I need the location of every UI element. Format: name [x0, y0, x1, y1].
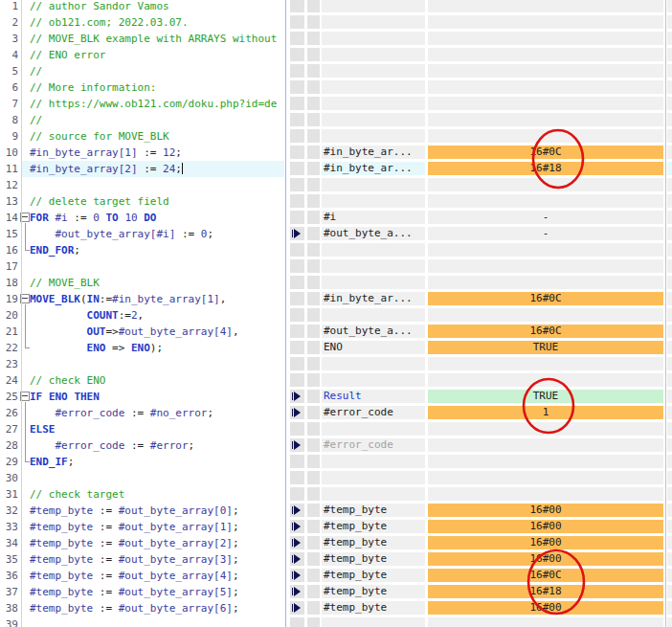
code-text[interactable]: #temp_byte := #out_byte_array[4]; — [30, 568, 239, 584]
monitor-value[interactable] — [428, 178, 663, 191]
monitor-variable-name[interactable] — [322, 487, 425, 501]
code-text[interactable]: #temp_byte := #out_byte_array[2]; — [30, 535, 239, 551]
code-line[interactable]: 22 ENO => ENO); — [0, 340, 284, 356]
code-line[interactable]: 9// source for MOVE_BLK — [0, 128, 284, 145]
code-text[interactable]: #temp_byte := #out_byte_array[0]; — [30, 503, 239, 519]
code-text[interactable]: // — [30, 63, 42, 79]
code-line[interactable]: 35#temp_byte := #out_byte_array[3]; — [0, 551, 284, 568]
code-line[interactable]: 23 — [0, 356, 284, 372]
code-line[interactable]: 36#temp_byte := #out_byte_array[4]; — [0, 568, 284, 584]
code-text[interactable]: #in_byte_array[1] := 12; — [30, 145, 182, 161]
monitor-value[interactable]: - — [428, 227, 663, 240]
code-text[interactable]: END_FOR; — [30, 242, 80, 258]
monitor-value[interactable] — [428, 32, 663, 45]
monitor-value[interactable] — [428, 422, 663, 436]
monitor-variable-name[interactable] — [322, 357, 425, 370]
monitor-value[interactable] — [428, 276, 663, 289]
monitor-variable-name[interactable]: #temp_byte — [322, 504, 425, 517]
code-line[interactable]: 4// ENO error — [0, 47, 284, 63]
monitor-variable-name[interactable] — [322, 455, 425, 468]
code-text[interactable]: ENO => ENO); — [30, 340, 163, 356]
code-text[interactable]: #temp_byte := #out_byte_array[6]; — [30, 600, 239, 616]
monitor-variable-name[interactable]: ENO — [322, 341, 425, 354]
monitor-value[interactable]: TRUE — [428, 341, 663, 354]
monitor-value[interactable] — [428, 113, 663, 126]
code-line[interactable]: 39 — [0, 616, 284, 627]
code-line[interactable]: 10#in_byte_array[1] := 12; — [0, 145, 284, 161]
monitor-value[interactable] — [428, 80, 663, 94]
code-text[interactable]: // check target — [30, 486, 124, 503]
monitor-variable-name[interactable] — [322, 15, 425, 29]
monitor-variable-name[interactable]: #in_byte_ar... — [322, 292, 425, 305]
monitor-variable-name[interactable] — [322, 373, 425, 387]
code-text[interactable]: // check ENO — [30, 372, 105, 389]
code-line[interactable]: 14FOR #i := 0 TO 10 DO — [0, 210, 284, 226]
monitor-value[interactable] — [428, 64, 663, 78]
code-line[interactable]: 18// MOVE_BLK — [0, 275, 284, 291]
code-text[interactable]: #out_byte_array[#i] := 0; — [30, 226, 213, 242]
monitor-value[interactable] — [428, 438, 663, 452]
code-text[interactable]: MOVE_BLK(IN:=#in_byte_array[1], — [30, 291, 226, 307]
monitor-variable-name[interactable] — [322, 194, 425, 208]
code-line[interactable]: 38#temp_byte := #out_byte_array[6]; — [0, 600, 284, 616]
code-line[interactable]: 13// delete target field — [0, 193, 284, 210]
code-line[interactable]: 30 — [0, 470, 284, 486]
monitor-variable-name[interactable]: #i — [322, 211, 425, 224]
monitor-variable-name[interactable]: #temp_byte — [322, 569, 425, 582]
code-line[interactable]: 24// check ENO — [0, 372, 284, 389]
monitor-value[interactable] — [428, 308, 663, 322]
monitor-value[interactable]: 16#0C — [428, 292, 663, 305]
monitor-variable-name[interactable]: Result — [322, 390, 425, 403]
pane-splitter[interactable] — [285, 0, 286, 627]
monitor-value[interactable]: 16#0C — [428, 146, 663, 159]
code-line[interactable]: 32#temp_byte := #out_byte_array[0]; — [0, 503, 284, 519]
code-text[interactable]: OUT=>#out_byte_array[4], — [30, 324, 239, 340]
code-line[interactable]: 28 #error_code := #error; — [0, 437, 284, 454]
monitor-value[interactable]: 16#00 — [428, 601, 663, 615]
code-line[interactable]: 16END_FOR; — [0, 242, 284, 258]
monitor-value[interactable] — [428, 97, 663, 110]
code-line[interactable]: 7// https://www.ob121.com/doku.php?id=de — [0, 96, 284, 112]
code-text[interactable]: // ob121.com; 2022.03.07. — [30, 14, 189, 31]
monitor-variable-name[interactable]: #error_code — [322, 438, 425, 452]
code-line[interactable]: 12 — [0, 177, 284, 193]
monitor-value[interactable] — [428, 243, 663, 257]
code-text[interactable]: // ENO error — [30, 47, 105, 63]
monitor-value[interactable] — [428, 617, 663, 627]
code-text[interactable]: #error_code := #error; — [30, 437, 194, 454]
code-line[interactable]: 27ELSE — [0, 421, 284, 437]
code-text[interactable]: FOR #i := 0 TO 10 DO — [30, 210, 157, 226]
code-line[interactable]: 31// check target — [0, 486, 284, 503]
code-text[interactable]: // source for MOVE_BLK — [30, 128, 169, 145]
monitor-variable-name[interactable]: #temp_byte — [322, 520, 425, 533]
code-line[interactable]: 33#temp_byte := #out_byte_array[1]; — [0, 519, 284, 535]
monitor-variable-name[interactable]: #out_byte_a... — [322, 325, 425, 338]
code-line[interactable]: 5// — [0, 63, 284, 79]
monitor-variable-name[interactable]: #temp_byte — [322, 552, 425, 566]
code-text[interactable]: END_IF; — [30, 454, 74, 470]
code-text[interactable]: COUNT:=2, — [30, 307, 144, 324]
monitor-value[interactable] — [428, 373, 663, 387]
monitor-variable-name[interactable]: #temp_byte — [322, 585, 425, 598]
monitor-value[interactable] — [428, 15, 663, 29]
monitor-value[interactable]: 16#18 — [428, 162, 663, 175]
code-text[interactable]: ELSE — [30, 421, 56, 437]
code-line[interactable]: 17 — [0, 258, 284, 275]
monitor-value[interactable]: 16#18 — [428, 585, 663, 598]
monitor-value[interactable]: 1 — [428, 406, 663, 419]
monitor-value[interactable]: 16#0C — [428, 569, 663, 582]
code-line[interactable]: 3// MOVE_BLK example with ARRAYS without — [0, 31, 284, 47]
monitor-value[interactable] — [428, 0, 663, 12]
code-text[interactable]: // — [30, 112, 42, 128]
monitor-value[interactable] — [428, 471, 663, 484]
monitor-value[interactable]: 16#00 — [428, 552, 663, 566]
code-text[interactable]: #in_byte_array[2] := 24; — [30, 161, 183, 177]
monitor-variable-name[interactable] — [322, 422, 425, 436]
code-line[interactable]: 20 COUNT:=2, — [0, 307, 284, 324]
code-text[interactable]: // MOVE_BLK — [30, 275, 100, 291]
monitor-variable-name[interactable] — [322, 48, 425, 61]
code-line[interactable]: 21 OUT=>#out_byte_array[4], — [0, 324, 284, 340]
monitor-variable-name[interactable] — [322, 113, 425, 126]
monitor-variable-name[interactable] — [322, 276, 425, 289]
monitor-variable-name[interactable]: #temp_byte — [322, 536, 425, 549]
